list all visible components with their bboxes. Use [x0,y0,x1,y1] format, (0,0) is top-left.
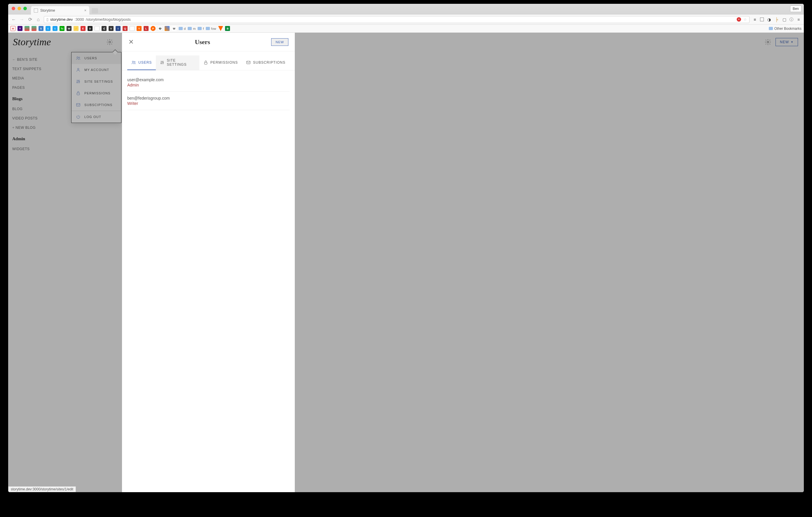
bookmark-icon[interactable] [25,26,29,31]
bookmark-icon[interactable] [129,26,135,31]
tab-subscriptions[interactable]: SUBSCRIPTIONS [242,55,290,70]
maximize-window-button[interactable] [23,7,27,10]
modal-header: ✕ Users NEW [122,33,295,51]
bookmark-icon[interactable]: E [81,26,86,31]
bookmark-icon[interactable]: V [109,26,114,31]
browser-window: Storytime × Ben ← → ⟳ ⌂ ▯ storytime.dev:… [8,4,406,258]
bookmark-icon[interactable]: W [66,26,71,31]
modal-title: Users [134,38,271,46]
users-modal: ✕ Users NEW USERS SITE SETTINGS PERMISSI… [122,33,295,258]
app-viewport: Storytime NEW▼ BEN'S SITE TEXT SNIPPETS … [8,33,406,258]
close-window-button[interactable] [12,7,15,10]
folder-icon [188,27,192,30]
favicon-icon [34,8,38,12]
bookmark-icon[interactable] [218,26,223,31]
users-list: user@example.com Admin ben@federisgroup.… [122,71,295,113]
sliders-icon [160,60,164,65]
page-icon: ▯ [47,17,49,22]
users-icon [132,60,136,65]
bookmark-folder[interactable]: m [188,27,196,30]
bookmark-folder[interactable]: f [198,27,204,30]
bookmark-folder[interactable]: fow [206,27,216,30]
bookmark-icon[interactable]: Y [137,26,142,31]
bookmark-icon[interactable] [165,26,170,31]
tab-bar: Storytime × Ben [8,4,406,15]
url-path: /storytime/blogs/blog/posts [86,17,131,22]
bookmark-icon[interactable]: P [151,26,155,31]
bookmark-icon[interactable]: t [46,26,51,31]
bookmark-icon[interactable]: W [172,26,177,31]
bookmark-icon[interactable]: B [225,26,230,31]
folder-icon [198,27,202,30]
close-tab-button[interactable]: × [84,8,86,12]
tab-permissions[interactable]: PERMISSIONS [199,55,242,70]
user-row[interactable]: ben@federisgroup.com Writer [127,92,290,110]
forward-button[interactable]: → [19,17,25,22]
tab-site-settings[interactable]: SITE SETTINGS [156,55,199,70]
bookmark-icon[interactable]: I [116,26,120,31]
address-bar: ← → ⟳ ⌂ ▯ storytime.dev:3000/storytime/b… [8,15,406,25]
bookmark-icon[interactable] [31,26,36,31]
user-email: ben@federisgroup.com [127,96,290,101]
url-input[interactable]: ▯ storytime.dev:3000/storytime/blogs/blo… [44,16,406,23]
modal-tabs: USERS SITE SETTINGS PERMISSIONS SUBSCRIP… [122,51,295,71]
bookmark-icon[interactable]: Y [18,26,23,31]
lock-icon [203,60,208,65]
folder-icon [179,27,183,30]
new-tab-button[interactable] [92,8,98,13]
url-host: storytime.dev [50,17,73,22]
bookmark-folder[interactable]: d [179,27,185,30]
browser-tab[interactable]: Storytime × [31,6,89,15]
bookmark-icon[interactable] [94,26,99,31]
user-email: user@example.com [127,77,290,82]
mail-icon [246,60,251,65]
user-row[interactable]: user@example.com Admin [127,73,290,92]
bookmark-icon[interactable]: M [10,26,16,31]
bookmark-icon[interactable]: ⚡ [74,26,79,31]
tab-title: Storytime [40,8,55,12]
bookmark-icon[interactable]: 👽 [157,26,163,31]
window-controls [12,7,27,10]
home-button[interactable]: ⌂ [36,17,41,22]
bookmark-icon[interactable]: Q [123,26,127,31]
folder-icon [206,27,210,30]
reload-button[interactable]: ⟳ [27,17,33,22]
bookmark-icon[interactable]: 5 [38,26,44,31]
back-button[interactable]: ← [11,17,16,22]
bookmark-icon[interactable]: Tc [60,26,64,31]
new-user-button[interactable]: NEW [271,38,288,46]
bookmark-icon[interactable]: L [144,26,149,31]
bookmark-icon[interactable]: ℭ [102,26,107,31]
user-role: Writer [127,101,290,106]
bookmark-icon[interactable]: D [88,26,92,31]
tab-users[interactable]: USERS [127,55,156,70]
bookmarks-bar: M Y 5 t t Tc W ⚡ E D ℭ V I Q Y L P 👽 W d… [8,25,406,33]
minimize-window-button[interactable] [18,7,21,10]
url-port: :3000 [75,17,84,22]
close-modal-button[interactable]: ✕ [128,38,134,46]
user-role: Admin [127,83,290,87]
bookmark-icon[interactable]: t [53,26,58,31]
